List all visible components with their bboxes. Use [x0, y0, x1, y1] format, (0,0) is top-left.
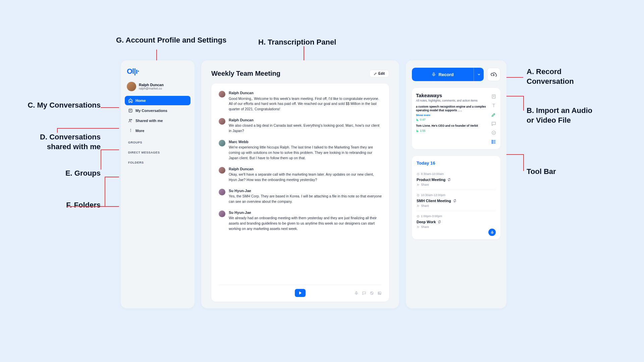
- speaker-name: Ralph Duncan: [229, 90, 382, 96]
- avatar: [127, 82, 136, 91]
- annotation-toolbar: Tool Bar: [527, 167, 556, 177]
- speaker-name: Marc Webb: [229, 139, 382, 145]
- message-text: Okay, we'll have a separate call with th…: [229, 172, 382, 183]
- edit-button[interactable]: Edit: [369, 70, 389, 77]
- message-text: We also closed a big deal in Canada last…: [229, 123, 382, 134]
- section-groups[interactable]: GROUPS: [125, 136, 191, 146]
- nav-shared-with-me[interactable]: Shared with me: [125, 116, 191, 125]
- mic-icon[interactable]: [354, 291, 359, 295]
- nav-shared-label: Shared with me: [136, 119, 163, 123]
- event-time: 8:30am-10:00am: [417, 172, 496, 176]
- shared-icon: [128, 118, 133, 123]
- nav-more[interactable]: ⋮ More: [125, 126, 191, 135]
- page-title: Weekly Team Meeting: [211, 70, 280, 77]
- svg-point-11: [492, 141, 492, 142]
- record-button[interactable]: Record: [412, 68, 484, 81]
- play-button[interactable]: [295, 289, 306, 297]
- nav-home-label: Home: [136, 99, 146, 103]
- annotation-g: G. Account Profile and Settings: [116, 36, 226, 45]
- comment-tool-icon[interactable]: [491, 121, 496, 126]
- event-time: 1:00pm-3:00pm: [417, 215, 496, 218]
- speaker-avatar: [219, 91, 225, 98]
- speaker-avatar: [219, 118, 225, 125]
- message-text: Yes, the SMH Corp. They are based in Kor…: [229, 194, 382, 204]
- calendar-event[interactable]: 8:30am-10:00amProduct MeetingShare: [417, 169, 496, 190]
- nav-home[interactable]: Home: [125, 96, 191, 105]
- svg-point-10: [492, 140, 492, 141]
- event-title: Deep Work: [417, 220, 496, 224]
- transcript-message[interactable]: Su Hyun-JaeWe already had an onboarding …: [219, 210, 382, 232]
- takeaway-item[interactable]: Tom Livne. He's CEO and co founder of Ve…: [416, 124, 488, 128]
- svg-point-14: [417, 184, 418, 184]
- transcript-message[interactable]: Ralph DuncanOkay, we'll have a separate …: [219, 166, 382, 183]
- transcript-message[interactable]: Su Hyun-JaeYes, the SMH Corp. They are b…: [219, 188, 382, 204]
- speaker-name: Ralph Duncan: [229, 117, 382, 123]
- show-more-link[interactable]: Show more: [416, 114, 488, 117]
- svg-point-12: [492, 143, 492, 143]
- annotation-d: D. Conversations shared with me: [23, 132, 101, 152]
- right-panel: Record Takeaways All notes, highlights, …: [406, 60, 506, 308]
- list-tool-icon[interactable]: [491, 139, 496, 144]
- block-icon[interactable]: [370, 291, 374, 295]
- mic-icon: [431, 72, 436, 77]
- speaker-avatar: [219, 140, 225, 146]
- calendar-mic-fab[interactable]: [488, 229, 496, 236]
- svg-rect-19: [492, 231, 493, 233]
- event-time: 10:30am-12:00pm: [417, 193, 496, 197]
- speaker-avatar: [219, 167, 225, 174]
- playback-bar: [219, 285, 382, 297]
- action-tool-icon[interactable]: [491, 130, 496, 135]
- event-share[interactable]: Share: [417, 225, 496, 229]
- refresh-icon: [447, 178, 451, 181]
- messages-list: Ralph DuncanGood Morning,. Welcome to th…: [219, 90, 382, 285]
- takeaways-title: Takeaways: [416, 93, 488, 98]
- takeaway-item[interactable]: a custom speech recognition engine and a…: [416, 105, 488, 112]
- profile-email: ralph@market.co: [139, 87, 164, 90]
- more-icon: ⋮: [128, 128, 133, 133]
- pencil-icon: [374, 72, 377, 75]
- transcript-message[interactable]: Ralph DuncanWe also closed a big deal in…: [219, 117, 382, 134]
- import-button[interactable]: [487, 68, 500, 81]
- message-text: We already had an onboarding meeting wit…: [229, 216, 382, 231]
- transcription-panel: Weekly Team Meeting Edit Ralph DuncanGoo…: [201, 60, 399, 308]
- event-share[interactable]: Share: [417, 183, 496, 186]
- sidebar-panel: Ol|ı· Ralph Duncan ralph@market.co Home …: [121, 60, 195, 308]
- tool-bar: [491, 93, 496, 144]
- transcript-box: Ralph DuncanGood Morning,. Welcome to th…: [211, 83, 389, 302]
- comment-icon[interactable]: [362, 291, 366, 295]
- transcript-message[interactable]: Ralph DuncanGood Morning,. Welcome to th…: [219, 90, 382, 112]
- refresh-icon: [438, 220, 441, 224]
- nav-more-label: More: [136, 129, 144, 133]
- svg-point-18: [417, 226, 418, 227]
- account-profile[interactable]: Ralph Duncan ralph@market.co: [125, 80, 191, 93]
- notes-tool-icon[interactable]: [491, 94, 496, 99]
- speaker-name: Su Hyun-Jae: [229, 210, 382, 216]
- event-share[interactable]: Share: [417, 204, 496, 207]
- annotation-h: H. Transcription Panel: [258, 38, 336, 47]
- svg-rect-3: [356, 291, 357, 293]
- speaker-avatar: [219, 189, 225, 195]
- refresh-icon: [453, 199, 457, 202]
- calendar-event[interactable]: 1:00pm-3:00pmDeep WorkShare: [417, 211, 496, 232]
- highlight-tool-icon[interactable]: [491, 112, 496, 117]
- takeaways-card: Takeaways All notes, highlights, comment…: [412, 88, 500, 149]
- event-title: SMH Client Meeting: [417, 199, 496, 203]
- annotation-e: E. Groups: [23, 169, 101, 178]
- section-direct-messages[interactable]: DIRECT MESSAGES: [125, 146, 191, 156]
- text-tool-icon[interactable]: [491, 103, 496, 108]
- svg-point-6: [379, 292, 379, 293]
- svg-point-16: [417, 205, 418, 205]
- nav-my-conversations-label: My Conversations: [136, 109, 167, 113]
- calendar-date: Today 16: [417, 161, 496, 166]
- svg-rect-7: [433, 73, 434, 75]
- annotation-b: B. Import an Audio or Video File: [527, 106, 600, 125]
- transcript-message[interactable]: Marc WebbWe're experiencing little hiccu…: [219, 139, 382, 161]
- profile-name: Ralph Duncan: [139, 83, 164, 87]
- calendar-event[interactable]: 10:30am-12:00pmSMH Client MeetingShare: [417, 190, 496, 211]
- speaker-avatar: [219, 210, 225, 217]
- image-icon[interactable]: [377, 291, 382, 295]
- nav-my-conversations[interactable]: My Conversations: [125, 106, 191, 115]
- record-dropdown[interactable]: [474, 68, 484, 81]
- speaker-name: Su Hyun-Jae: [229, 188, 382, 194]
- section-folders[interactable]: FOLDERS: [125, 156, 191, 166]
